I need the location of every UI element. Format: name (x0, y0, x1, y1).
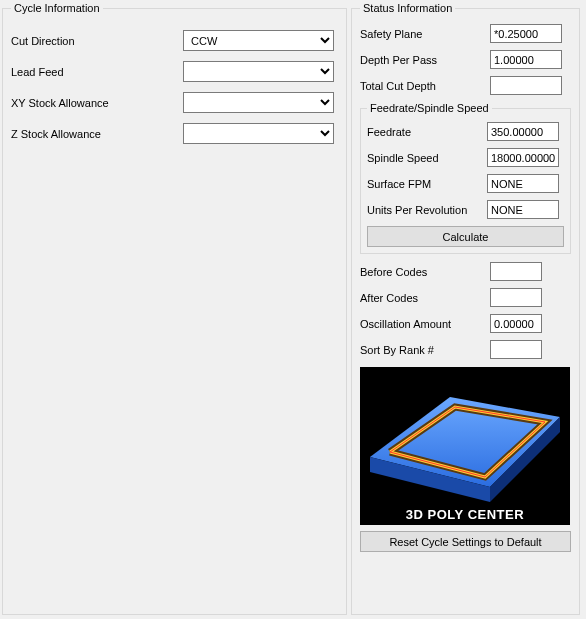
spindle-speed-label: Spindle Speed (367, 152, 487, 164)
z-stock-allowance-row: Z Stock Allowance (11, 123, 338, 144)
before-codes-label: Before Codes (360, 266, 490, 278)
reset-cycle-settings-button[interactable]: Reset Cycle Settings to Default (360, 531, 571, 552)
after-codes-input[interactable] (490, 288, 542, 307)
safety-plane-row: Safety Plane (360, 24, 571, 43)
total-cut-depth-row: Total Cut Depth (360, 76, 571, 95)
depth-per-pass-input[interactable] (490, 50, 562, 69)
cycle-information-group: Cycle Information Cut Direction CCW Lead… (2, 2, 347, 615)
after-codes-label: After Codes (360, 292, 490, 304)
feedrate-label: Feedrate (367, 126, 487, 138)
lead-feed-row: Lead Feed (11, 61, 338, 82)
sort-by-rank-label: Sort By Rank # (360, 344, 490, 356)
cut-direction-label: Cut Direction (11, 35, 183, 47)
preview-image: 3D POLY CENTER (360, 367, 570, 525)
xy-stock-allowance-row: XY Stock Allowance (11, 92, 338, 113)
z-stock-allowance-label: Z Stock Allowance (11, 128, 183, 140)
calculate-button[interactable]: Calculate (367, 226, 564, 247)
feedrate-spindle-group: Feedrate/Spindle Speed Feedrate Spindle … (360, 102, 571, 254)
spindle-speed-row: Spindle Speed (367, 148, 564, 167)
before-codes-row: Before Codes (360, 262, 571, 281)
feedrate-spindle-legend: Feedrate/Spindle Speed (367, 102, 492, 114)
units-per-rev-label: Units Per Revolution (367, 204, 487, 216)
lead-feed-label: Lead Feed (11, 66, 183, 78)
total-cut-depth-input[interactable] (490, 76, 562, 95)
xy-stock-allowance-select[interactable] (183, 92, 334, 113)
oscillation-amount-input[interactable] (490, 314, 542, 333)
xy-stock-allowance-label: XY Stock Allowance (11, 97, 183, 109)
surface-fpm-label: Surface FPM (367, 178, 487, 190)
depth-per-pass-row: Depth Per Pass (360, 50, 571, 69)
oscillation-amount-row: Oscillation Amount (360, 314, 571, 333)
feedrate-row: Feedrate (367, 122, 564, 141)
safety-plane-label: Safety Plane (360, 28, 490, 40)
lead-feed-select[interactable] (183, 61, 334, 82)
surface-fpm-row: Surface FPM (367, 174, 564, 193)
status-information-legend: Status Information (360, 2, 455, 14)
surface-fpm-input[interactable] (487, 174, 559, 193)
sort-by-rank-row: Sort By Rank # (360, 340, 571, 359)
status-information-group: Status Information Safety Plane Depth Pe… (351, 2, 580, 615)
total-cut-depth-label: Total Cut Depth (360, 80, 490, 92)
safety-plane-input[interactable] (490, 24, 562, 43)
preview-caption: 3D POLY CENTER (360, 504, 570, 525)
cut-direction-select[interactable]: CCW (183, 30, 334, 51)
feedrate-input[interactable] (487, 122, 559, 141)
cut-direction-row: Cut Direction CCW (11, 30, 338, 51)
sort-by-rank-input[interactable] (490, 340, 542, 359)
oscillation-amount-label: Oscillation Amount (360, 318, 490, 330)
cycle-information-legend: Cycle Information (11, 2, 103, 14)
before-codes-input[interactable] (490, 262, 542, 281)
units-per-rev-row: Units Per Revolution (367, 200, 564, 219)
depth-per-pass-label: Depth Per Pass (360, 54, 490, 66)
spindle-speed-input[interactable] (487, 148, 559, 167)
z-stock-allowance-select[interactable] (183, 123, 334, 144)
units-per-rev-input[interactable] (487, 200, 559, 219)
after-codes-row: After Codes (360, 288, 571, 307)
